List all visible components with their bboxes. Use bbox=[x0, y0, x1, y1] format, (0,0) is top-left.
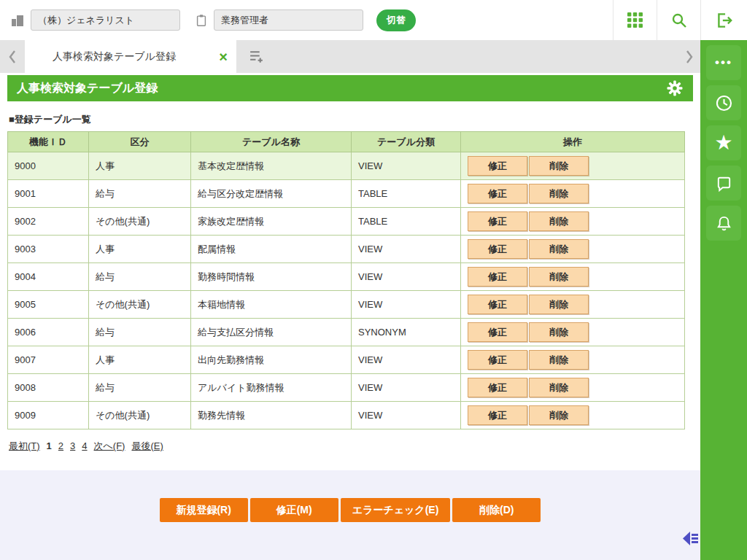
right-sidebar: ••• ★ bbox=[700, 40, 747, 560]
pagination-next-link[interactable]: 次へ(F) bbox=[94, 440, 125, 451]
more-icon[interactable]: ••• bbox=[706, 45, 741, 80]
table-row: 9001給与給与区分改定歴情報TABLE修正削除 bbox=[8, 180, 685, 208]
row-modify-button[interactable]: 修正 bbox=[468, 239, 527, 259]
pagination-page-link[interactable]: 4 bbox=[82, 440, 87, 451]
pagination-page-link[interactable]: 3 bbox=[70, 440, 75, 451]
cell-classification: SYNONYM bbox=[352, 319, 461, 346]
cell-category: その他(共通) bbox=[89, 208, 191, 236]
delete-button[interactable]: 削除(D) bbox=[452, 498, 541, 522]
table-row: 9005その他(共通)本籍地情報VIEW修正削除 bbox=[8, 291, 685, 319]
company-input[interactable] bbox=[31, 9, 180, 31]
column-header: 区分 bbox=[89, 132, 191, 152]
cell-table-name: 勤務時間情報 bbox=[191, 263, 352, 291]
cell-category: 給与 bbox=[89, 180, 191, 208]
row-delete-button[interactable]: 削除 bbox=[529, 378, 589, 397]
cell-classification: VIEW bbox=[352, 346, 461, 374]
cell-actions: 修正削除 bbox=[461, 180, 685, 208]
table-row: 9006給与給与支払区分情報SYNONYM修正削除 bbox=[8, 319, 685, 346]
pagination-page-link[interactable]: 2 bbox=[58, 440, 63, 451]
error-check-button[interactable]: エラーチェック(E) bbox=[341, 498, 451, 522]
gear-icon[interactable] bbox=[666, 79, 684, 97]
cell-table-name: 基本改定歴情報 bbox=[191, 152, 352, 180]
row-delete-button[interactable]: 削除 bbox=[529, 267, 589, 287]
tab-active[interactable]: 人事検索対象テーブル登録 × bbox=[25, 40, 236, 73]
new-register-button[interactable]: 新規登録(R) bbox=[160, 498, 248, 522]
tab-scroll-right-icon[interactable] bbox=[678, 40, 700, 73]
row-delete-button[interactable]: 削除 bbox=[529, 322, 589, 342]
manual-book-icon[interactable] bbox=[706, 166, 741, 201]
notifications-bell-icon[interactable] bbox=[706, 206, 741, 241]
topbar-icon-group bbox=[613, 0, 747, 40]
cell-actions: 修正削除 bbox=[461, 374, 685, 402]
table-header-row: 機能ＩＤ区分テーブル名称テーブル分類操作 bbox=[8, 132, 685, 152]
pagination-page-links: 234 bbox=[58, 440, 94, 451]
cell-function-id: 9007 bbox=[8, 346, 89, 374]
cell-classification: VIEW bbox=[352, 152, 461, 180]
tab-scroll-left-icon[interactable] bbox=[0, 40, 25, 73]
row-modify-button[interactable]: 修正 bbox=[468, 184, 527, 203]
add-tab-icon[interactable] bbox=[248, 40, 265, 73]
cell-category: 給与 bbox=[89, 263, 191, 291]
cell-category: 人事 bbox=[89, 236, 191, 263]
footer-action-bar: 新規登録(R)修正(M)エラーチェック(E)削除(D) bbox=[0, 470, 700, 522]
table-row: 9009その他(共通)勤務先情報VIEW修正削除 bbox=[8, 402, 685, 429]
cell-category: 人事 bbox=[89, 346, 191, 374]
registered-tables-table: 機能ＩＤ区分テーブル名称テーブル分類操作 9000人事基本改定歴情報VIEW修正… bbox=[7, 131, 685, 429]
cell-classification: VIEW bbox=[352, 291, 461, 319]
row-modify-button[interactable]: 修正 bbox=[468, 350, 527, 370]
row-modify-button[interactable]: 修正 bbox=[468, 156, 527, 176]
collapse-panel-arrow-icon[interactable] bbox=[683, 532, 699, 548]
row-delete-button[interactable]: 削除 bbox=[529, 350, 589, 370]
row-modify-button[interactable]: 修正 bbox=[468, 378, 527, 397]
table-row: 9002その他(共通)家族改定歴情報TABLE修正削除 bbox=[8, 208, 685, 236]
row-delete-button[interactable]: 削除 bbox=[529, 211, 589, 231]
row-delete-button[interactable]: 削除 bbox=[529, 295, 589, 314]
cell-actions: 修正削除 bbox=[461, 236, 685, 263]
row-delete-button[interactable]: 削除 bbox=[529, 239, 589, 259]
cell-function-id: 9005 bbox=[8, 291, 89, 319]
pagination-first-link[interactable]: 最初(T) bbox=[9, 440, 40, 451]
search-icon[interactable] bbox=[657, 0, 700, 40]
favorites-star-icon[interactable]: ★ bbox=[706, 125, 741, 160]
footer-area: 新規登録(R)修正(M)エラーチェック(E)削除(D) bbox=[0, 470, 700, 560]
cell-actions: 修正削除 bbox=[461, 263, 685, 291]
role-clipboard-icon bbox=[195, 14, 208, 27]
modify-button[interactable]: 修正(M) bbox=[250, 498, 338, 522]
cell-table-name: アルバイト勤務情報 bbox=[191, 374, 352, 402]
row-modify-button[interactable]: 修正 bbox=[468, 295, 527, 314]
cell-category: 人事 bbox=[89, 152, 191, 180]
cell-category: 給与 bbox=[89, 319, 191, 346]
row-delete-button[interactable]: 削除 bbox=[529, 184, 589, 203]
tab-bar: 人事検索対象テーブル登録 × bbox=[0, 40, 700, 73]
cell-classification: VIEW bbox=[352, 402, 461, 429]
table-row: 9004給与勤務時間情報VIEW修正削除 bbox=[8, 263, 685, 291]
cell-classification: VIEW bbox=[352, 374, 461, 402]
pagination-last-link[interactable]: 最後(E) bbox=[131, 440, 163, 451]
cell-category: その他(共通) bbox=[89, 402, 191, 429]
row-modify-button[interactable]: 修正 bbox=[468, 405, 527, 425]
pagination: 最初(T)1234次へ(F)最後(E) bbox=[9, 440, 700, 453]
cell-actions: 修正削除 bbox=[461, 346, 685, 374]
cell-actions: 修正削除 bbox=[461, 402, 685, 429]
logout-icon[interactable] bbox=[700, 0, 747, 40]
switch-button[interactable]: 切替 bbox=[376, 9, 416, 31]
cell-function-id: 9001 bbox=[8, 180, 89, 208]
history-icon[interactable] bbox=[706, 85, 741, 120]
table-row: 9000人事基本改定歴情報VIEW修正削除 bbox=[8, 152, 685, 180]
row-modify-button[interactable]: 修正 bbox=[468, 322, 527, 342]
role-input[interactable] bbox=[214, 9, 363, 31]
section-title: ■登録テーブル一覧 bbox=[9, 113, 693, 126]
cell-function-id: 9008 bbox=[8, 374, 89, 402]
tab-close-icon[interactable]: × bbox=[219, 50, 228, 64]
apps-grid-icon[interactable] bbox=[613, 0, 657, 40]
row-delete-button[interactable]: 削除 bbox=[529, 405, 589, 425]
cell-actions: 修正削除 bbox=[461, 319, 685, 346]
cell-category: その他(共通) bbox=[89, 291, 191, 319]
cell-table-name: 家族改定歴情報 bbox=[191, 208, 352, 236]
row-modify-button[interactable]: 修正 bbox=[468, 211, 527, 231]
row-modify-button[interactable]: 修正 bbox=[468, 267, 527, 287]
star-glyph: ★ bbox=[714, 133, 732, 153]
cell-classification: TABLE bbox=[352, 208, 461, 236]
table-row: 9003人事配属情報VIEW修正削除 bbox=[8, 236, 685, 263]
row-delete-button[interactable]: 削除 bbox=[529, 156, 589, 176]
